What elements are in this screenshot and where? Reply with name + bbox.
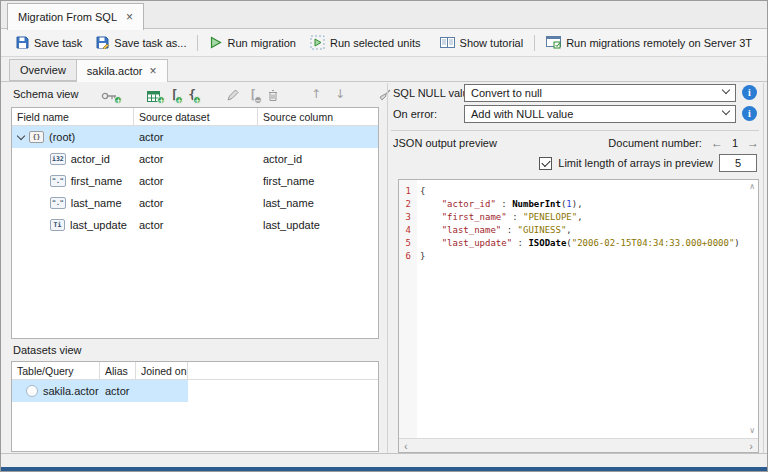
show-tutorial-button[interactable]: Show tutorial: [433, 32, 531, 54]
code-area: 1{ 2 "actor_id" : NumberInt(1), 3 "first…: [399, 185, 758, 263]
tab-sakila-actor-label: sakila.actor: [87, 65, 143, 77]
tab-overview[interactable]: Overview: [9, 59, 77, 81]
move-down-button[interactable]: ↓: [332, 87, 348, 101]
code-line: 1{: [399, 185, 758, 198]
json-preview-editor[interactable]: 1{ 2 "actor_id" : NumberInt(1), 3 "first…: [399, 180, 758, 438]
source-dataset-cell: actor: [134, 197, 258, 209]
line-number: 1: [399, 185, 411, 198]
column-header-field-name[interactable]: Field name: [12, 108, 134, 125]
plus-badge-icon: [193, 96, 201, 104]
run-remote-label: Run migrations remotely on Server 3T: [566, 37, 752, 49]
next-document-arrow-icon[interactable]: →: [747, 136, 759, 150]
save-task-button[interactable]: Save task: [9, 32, 89, 54]
table-row-last-name[interactable]: "." last_name actor last_name: [12, 192, 378, 214]
json-preview-editor-frame: 1{ 2 "actor_id" : NumberInt(1), 3 "first…: [398, 179, 759, 453]
remove-array-button[interactable]: [: [248, 86, 258, 102]
tab-migration-from-sql[interactable]: Migration From SQL ×: [7, 3, 144, 30]
run-remote-button[interactable]: Run migrations remotely on Server 3T: [539, 32, 759, 54]
line-number: 5: [399, 237, 411, 250]
limit-arrays-label: Limit length of arrays in preview: [558, 157, 713, 169]
table-row-first-name[interactable]: "." first_name actor first_name: [12, 170, 378, 192]
table-row-last-update[interactable]: Ti last_update actor last_update: [12, 214, 378, 236]
column-header-source-column[interactable]: Source column: [258, 108, 378, 125]
run-selected-units-label: Run selected units: [330, 37, 421, 49]
column-header-source-dataset[interactable]: Source dataset: [134, 108, 258, 125]
table-row-actor-id[interactable]: i32 actor_id actor actor_id: [12, 148, 378, 170]
broom-icon: [377, 89, 391, 102]
tab-overview-label: Overview: [20, 64, 66, 76]
run-migration-button[interactable]: Run migration: [202, 32, 302, 54]
tab-sakila-actor[interactable]: sakila.actor ×: [76, 59, 168, 82]
column-header-table-query[interactable]: Table/Query: [12, 362, 100, 379]
limit-arrays-checkbox[interactable]: [539, 157, 552, 170]
save-icon: [16, 36, 29, 49]
pencil-icon: [226, 89, 239, 102]
sql-null-values-value: Convert to null: [471, 87, 542, 99]
bottom-accent-bar: [1, 467, 767, 471]
right-panel-edge: [763, 83, 764, 453]
save-task-label: Save task: [34, 37, 82, 49]
line-number: 4: [399, 224, 411, 237]
close-icon[interactable]: ×: [126, 12, 133, 22]
scroll-left-icon[interactable]: ‹: [404, 440, 408, 452]
table-query-cell: sakila.actor: [43, 385, 99, 397]
horizontal-scrollbar[interactable]: ‹ ›: [399, 438, 758, 452]
show-tutorial-label: Show tutorial: [460, 37, 524, 49]
field-name-cell: (root): [49, 131, 75, 143]
limit-arrays-input[interactable]: 5: [719, 154, 757, 172]
chevron-down-icon: [722, 107, 730, 115]
on-error-value: Add with NULL value: [471, 108, 573, 120]
previous-document-arrow-icon[interactable]: ←: [711, 136, 723, 150]
run-selected-units-button[interactable]: Run selected units: [303, 32, 428, 54]
json-output-preview-label: JSON output preview: [393, 137, 497, 149]
options-divider: [391, 130, 759, 131]
panel-splitter[interactable]: [387, 83, 388, 453]
scroll-right-icon[interactable]: ›: [749, 440, 753, 452]
unit-tab-bar: Overview sakila.actor ×: [9, 59, 167, 82]
schema-view-toolbar: Schema view [ { [ ↑ ↓: [13, 85, 392, 103]
table-row-root[interactable]: {} (root) actor: [12, 126, 378, 148]
add-table-button[interactable]: [146, 86, 161, 102]
code-line: 6}: [399, 250, 758, 263]
source-dataset-cell: actor: [134, 131, 258, 143]
field-name-cell: last_update: [70, 219, 127, 231]
chevron-down-icon: [722, 86, 730, 94]
edit-field-button[interactable]: [225, 86, 240, 102]
save-task-as-button[interactable]: Save task as...: [89, 32, 193, 54]
int32-type-icon: i32: [50, 153, 66, 165]
run-migration-label: Run migration: [227, 37, 295, 49]
status-bar-divider: [1, 453, 767, 454]
scroll-up-icon[interactable]: ∧: [749, 183, 755, 191]
chevron-down-icon[interactable]: [17, 131, 25, 139]
line-number: 3: [399, 211, 411, 224]
info-icon[interactable]: [742, 106, 757, 121]
add-field-mapping-button[interactable]: [100, 86, 118, 102]
save-task-as-label: Save task as...: [114, 37, 186, 49]
sql-null-values-select[interactable]: Convert to null: [464, 84, 736, 102]
source-column-cell: actor_id: [258, 153, 378, 165]
limit-arrays-row: Limit length of arrays in preview 5: [391, 154, 757, 172]
document-navigator: Document number: ← 1 →: [608, 136, 759, 150]
save-as-icon: [96, 36, 109, 49]
toolbar-separator: [197, 35, 198, 51]
datasets-table-header: Table/Query Alias Joined on: [12, 362, 378, 380]
dataset-row-sakila-actor[interactable]: sakila.actor actor: [12, 380, 188, 402]
clear-mappings-button[interactable]: [376, 86, 392, 102]
on-error-label: On error:: [393, 108, 437, 120]
close-icon[interactable]: ×: [149, 66, 156, 76]
info-icon[interactable]: [742, 85, 757, 100]
move-up-button[interactable]: ↑: [308, 87, 324, 101]
add-array-button[interactable]: [: [169, 86, 179, 102]
window-tab-bar: Migration From SQL ×: [1, 1, 767, 29]
source-dataset-cell: actor: [134, 175, 258, 187]
minus-badge-icon: [254, 96, 262, 104]
delete-field-button[interactable]: [266, 86, 280, 102]
source-column-cell: last_update: [258, 219, 378, 231]
column-header-alias[interactable]: Alias: [100, 362, 136, 379]
scroll-down-icon[interactable]: ∨: [749, 427, 755, 435]
column-header-joined-on[interactable]: Joined on: [136, 362, 188, 379]
string-type-icon: ".": [50, 175, 66, 187]
on-error-select[interactable]: Add with NULL value: [464, 105, 736, 123]
field-name-cell: actor_id: [71, 153, 110, 165]
add-object-button[interactable]: {: [187, 86, 197, 102]
